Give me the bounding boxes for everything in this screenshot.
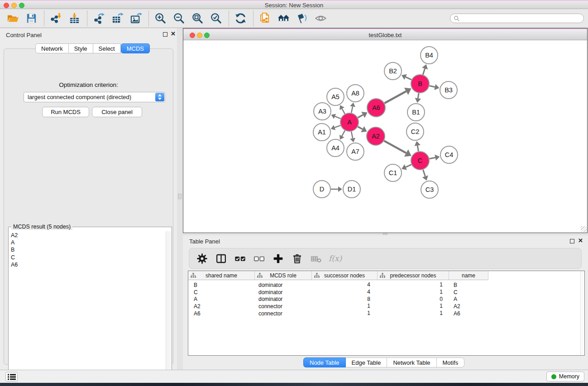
show-graphics-details-eye-icon[interactable] bbox=[313, 11, 328, 26]
graph-edge-A-A5[interactable] bbox=[342, 109, 345, 114]
table-row[interactable]: Cdominator41C bbox=[188, 289, 584, 296]
settings-gear-icon[interactable] bbox=[196, 252, 208, 265]
table-row[interactable]: A6connector11A6 bbox=[188, 310, 584, 317]
export-image-icon[interactable] bbox=[129, 11, 143, 26]
tab-mcds[interactable]: MCDS bbox=[121, 43, 150, 53]
table-cell[interactable]: B bbox=[188, 282, 255, 288]
table-cell[interactable]: A bbox=[449, 296, 488, 302]
mcds-result-item[interactable]: A bbox=[10, 239, 165, 246]
table-row[interactable]: Adominator80A bbox=[188, 296, 584, 303]
graph-edge-A-A1[interactable] bbox=[335, 125, 340, 128]
table-cell[interactable]: 1 bbox=[378, 281, 449, 289]
graph-node-D[interactable]: D bbox=[313, 181, 330, 198]
graph-edge-C-C4[interactable] bbox=[430, 157, 435, 159]
close-panel-icon[interactable]: ✕ bbox=[171, 30, 176, 37]
graph-node-A2[interactable]: A2 bbox=[367, 127, 385, 145]
graph-edge-A6-B[interactable] bbox=[384, 91, 406, 103]
table-cell[interactable]: 1 bbox=[378, 310, 449, 317]
tab-network-table[interactable]: Network Table bbox=[387, 357, 436, 367]
graph-node-A5[interactable]: A5 bbox=[327, 88, 344, 105]
graph-node-C4[interactable]: C4 bbox=[440, 146, 458, 163]
graph-node-A[interactable]: A bbox=[340, 113, 359, 131]
tab-motifs[interactable]: Motifs bbox=[437, 357, 465, 367]
column-header-mcds-role[interactable]: MCDS role bbox=[255, 271, 312, 280]
mcds-list-scrollbar[interactable] bbox=[166, 231, 171, 381]
open-folder-icon[interactable] bbox=[5, 11, 20, 26]
task-history-button[interactable] bbox=[5, 372, 18, 381]
graph-edge-B-B2[interactable] bbox=[406, 77, 411, 80]
mcds-result-list[interactable]: A2ABCA6 bbox=[10, 232, 165, 381]
zoom-selected-icon[interactable] bbox=[209, 11, 223, 26]
graph-edge-A2-C[interactable] bbox=[384, 141, 406, 153]
table-cell[interactable]: 1 bbox=[312, 303, 378, 310]
graph-edge-C-C3[interactable] bbox=[423, 170, 425, 176]
network-window-titlebar[interactable]: testGlobe.txt bbox=[183, 29, 587, 40]
graph-edge-B-B4[interactable] bbox=[423, 69, 425, 75]
tab-node-table[interactable]: Node Table bbox=[303, 357, 346, 367]
graph-node-B3[interactable]: B3 bbox=[440, 81, 457, 99]
column-header-shared-name[interactable]: shared name bbox=[188, 271, 255, 280]
hide-flags-icon[interactable] bbox=[295, 11, 309, 26]
import-network-icon[interactable] bbox=[48, 11, 63, 26]
network-canvas[interactable]: B4B2BB3A8A5A6A3B1AA1C2A2A4A7C4CC1DD1C3 bbox=[183, 40, 587, 233]
table-cell[interactable]: dominator bbox=[255, 289, 312, 295]
table-cell[interactable]: 1 bbox=[378, 303, 449, 310]
delete-row-icon[interactable] bbox=[291, 252, 303, 265]
zoom-fit-icon[interactable] bbox=[190, 11, 205, 26]
table-cell[interactable]: A6 bbox=[188, 310, 255, 317]
graph-edge-A-A2[interactable] bbox=[358, 127, 363, 129]
graph-node-B4[interactable]: B4 bbox=[421, 47, 438, 64]
graph-node-A6[interactable]: A6 bbox=[367, 99, 385, 117]
graph-edge-C-C2[interactable] bbox=[417, 146, 418, 152]
column-layout-icon[interactable] bbox=[215, 252, 227, 265]
tab-select[interactable]: Select bbox=[93, 43, 121, 53]
search-field[interactable] bbox=[450, 14, 584, 23]
criterion-select[interactable]: largest connected component (directed) bbox=[24, 92, 165, 102]
deselect-all-checkboxes-icon[interactable] bbox=[253, 252, 265, 265]
table-cell[interactable]: 4 bbox=[312, 289, 378, 296]
vertical-splitter[interactable] bbox=[177, 28, 183, 370]
zoom-out-icon[interactable] bbox=[172, 11, 186, 26]
add-row-icon[interactable] bbox=[272, 252, 284, 265]
tab-network[interactable]: Network bbox=[35, 43, 69, 53]
export-network-icon[interactable] bbox=[91, 11, 106, 26]
tab-edge-table[interactable]: Edge Table bbox=[346, 357, 387, 367]
table-cell[interactable]: 4 bbox=[312, 281, 378, 289]
table-cell[interactable]: A2 bbox=[188, 303, 255, 310]
graph-node-B[interactable]: B bbox=[411, 75, 429, 93]
splitter-handle[interactable] bbox=[178, 194, 182, 199]
open-network-document-icon[interactable] bbox=[258, 11, 272, 26]
graph-edge-A-A7[interactable] bbox=[351, 132, 353, 138]
graph-node-A1[interactable]: A1 bbox=[313, 124, 330, 141]
table-cell[interactable]: dominator bbox=[255, 296, 312, 302]
run-mcds-button[interactable]: Run MCDS bbox=[42, 107, 89, 117]
graph-node-A4[interactable]: A4 bbox=[327, 139, 344, 157]
graph-node-C1[interactable]: C1 bbox=[384, 164, 402, 181]
table-cell[interactable]: 8 bbox=[312, 296, 378, 303]
close-panel-button[interactable]: Close panel bbox=[92, 107, 142, 117]
float-panel-icon[interactable] bbox=[163, 32, 167, 37]
tab-style[interactable]: Style bbox=[69, 43, 93, 53]
window-resize-grip[interactable] bbox=[581, 226, 587, 232]
table-cell[interactable]: A2 bbox=[449, 303, 488, 310]
memory-button[interactable]: Memory bbox=[546, 372, 584, 381]
table-row[interactable]: Bdominator41B bbox=[188, 281, 584, 289]
table-cell[interactable]: 1 bbox=[378, 289, 449, 296]
import-table-icon[interactable] bbox=[67, 11, 81, 26]
refresh-network-icon[interactable] bbox=[233, 11, 248, 26]
mcds-result-item[interactable]: A6 bbox=[10, 261, 165, 268]
graph-edge-A-A4[interactable] bbox=[342, 130, 345, 136]
graph-node-A8[interactable]: A8 bbox=[347, 85, 364, 102]
table-cell[interactable]: C bbox=[188, 289, 255, 295]
column-header-successor-nodes[interactable]: successor nodes bbox=[312, 271, 378, 280]
column-header-name[interactable]: name bbox=[449, 271, 488, 280]
home-pair-icon[interactable] bbox=[276, 11, 291, 26]
table-cell[interactable]: dominator bbox=[255, 282, 312, 288]
save-icon[interactable] bbox=[24, 11, 38, 26]
graph-edge-A-A8[interactable] bbox=[351, 106, 353, 113]
select-all-checkboxes-icon[interactable] bbox=[234, 252, 246, 265]
table-scrollbar[interactable] bbox=[580, 271, 584, 355]
graph-node-B1[interactable]: B1 bbox=[407, 104, 425, 121]
graph-node-C2[interactable]: C2 bbox=[406, 123, 424, 140]
graph-edge-A-A6[interactable] bbox=[358, 115, 363, 118]
